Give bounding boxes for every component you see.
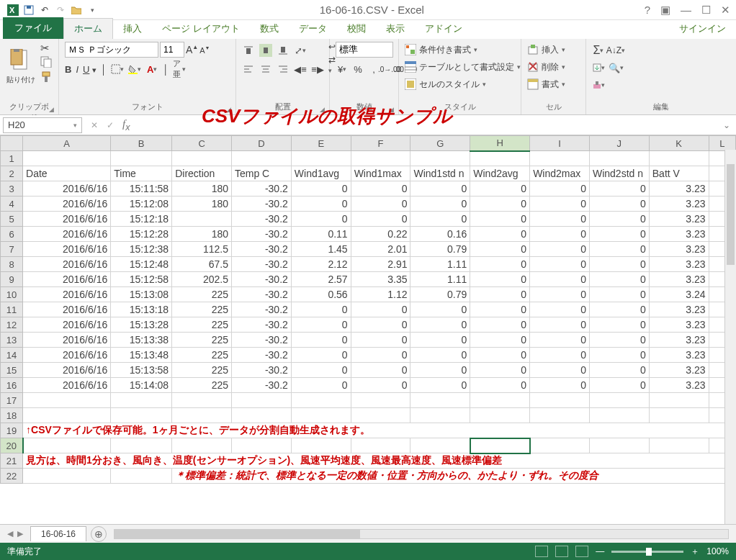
align-right-icon[interactable] xyxy=(277,63,290,76)
cell[interactable] xyxy=(410,151,470,166)
cell[interactable]: 0 xyxy=(470,302,530,317)
cell[interactable] xyxy=(172,408,232,423)
cell[interactable]: 0 xyxy=(351,212,410,227)
column-header-G[interactable]: G xyxy=(410,136,470,151)
cell[interactable]: 0.79 xyxy=(410,242,470,257)
cell[interactable]: 2.01 xyxy=(351,242,410,257)
format-as-table-button[interactable]: テーブルとして書式設定 xyxy=(405,59,521,75)
fx-icon[interactable]: fx xyxy=(122,118,130,132)
cell[interactable]: 0 xyxy=(351,181,410,197)
cell[interactable]: 225 xyxy=(172,287,232,302)
cell[interactable]: 0 xyxy=(410,348,470,363)
fill-color-button[interactable] xyxy=(128,63,141,76)
cell[interactable]: -30.2 xyxy=(231,363,291,378)
cell[interactable] xyxy=(589,408,649,423)
cell[interactable]: Direction xyxy=(172,166,232,181)
cell[interactable] xyxy=(231,438,291,453)
row-header[interactable]: 21 xyxy=(1,453,23,469)
cell[interactable]: 0 xyxy=(470,242,530,257)
cell[interactable]: 0 xyxy=(589,257,649,272)
cell[interactable]: 0 xyxy=(530,242,590,257)
cell[interactable]: 180 xyxy=(172,227,232,242)
cell[interactable] xyxy=(410,438,470,453)
cell[interactable] xyxy=(589,438,649,453)
cell[interactable]: 0.11 xyxy=(291,227,351,242)
tab-addin[interactable]: アドイン xyxy=(415,19,472,39)
cell[interactable] xyxy=(111,438,172,453)
cell[interactable] xyxy=(111,408,172,423)
cell[interactable]: 0 xyxy=(530,212,590,227)
row-header[interactable]: 15 xyxy=(1,363,23,378)
maximize-icon[interactable]: ☐ xyxy=(701,4,711,17)
column-header-H[interactable]: H xyxy=(470,136,530,151)
format-painter-icon[interactable] xyxy=(40,71,52,85)
cell[interactable]: 3.23 xyxy=(649,302,709,317)
cell[interactable]: 15:13:28 xyxy=(111,317,172,333)
cell[interactable]: 225 xyxy=(172,348,232,363)
fill-icon[interactable] xyxy=(592,61,605,74)
view-normal-icon[interactable] xyxy=(535,546,548,557)
cell[interactable]: 0 xyxy=(530,181,590,197)
cell[interactable]: 15:12:28 xyxy=(111,227,172,242)
cell[interactable]: 0 xyxy=(470,272,530,287)
zoom-out-icon[interactable]: — xyxy=(596,546,604,556)
row-header[interactable]: 20 xyxy=(1,438,23,453)
cell[interactable] xyxy=(111,393,172,408)
row-header[interactable]: 8 xyxy=(1,257,23,272)
sign-in-link[interactable]: サインイン xyxy=(669,19,736,39)
clear-icon[interactable] xyxy=(592,78,605,91)
row-header[interactable]: 16 xyxy=(1,378,23,393)
cell[interactable] xyxy=(111,469,172,484)
cell[interactable]: -30.2 xyxy=(231,378,291,393)
cell[interactable]: 2016/6/16 xyxy=(23,227,111,242)
underline-button[interactable]: U ▾ xyxy=(83,64,97,75)
tab-home[interactable]: ホーム xyxy=(63,18,113,39)
cell[interactable]: 2016/6/16 xyxy=(23,212,111,227)
cell[interactable]: 0 xyxy=(410,212,470,227)
tab-insert[interactable]: 挿入 xyxy=(113,19,152,39)
conditional-format-button[interactable]: 条件付き書式 xyxy=(405,42,521,58)
cell[interactable]: 0 xyxy=(470,317,530,333)
cell[interactable]: 0 xyxy=(351,348,410,363)
cell[interactable]: Time xyxy=(111,166,172,181)
cell[interactable]: 225 xyxy=(172,378,232,393)
cell[interactable]: 225 xyxy=(172,302,232,317)
cell[interactable]: 2016/6/16 xyxy=(23,317,111,333)
save-icon[interactable] xyxy=(22,3,36,17)
cell[interactable] xyxy=(470,408,530,423)
cell[interactable]: -30.2 xyxy=(231,257,291,272)
cell[interactable]: 0 xyxy=(589,317,649,333)
cell[interactable]: 0 xyxy=(291,317,351,333)
zoom-in-icon[interactable]: ＋ xyxy=(691,546,699,558)
view-pagebreak-icon[interactable] xyxy=(575,546,588,557)
cell[interactable]: 0 xyxy=(470,212,530,227)
row-header[interactable]: 13 xyxy=(1,333,23,348)
percent-format-icon[interactable]: % xyxy=(351,63,364,76)
cell[interactable] xyxy=(470,393,530,408)
view-pagelayout-icon[interactable] xyxy=(555,546,568,557)
cell[interactable] xyxy=(649,151,709,166)
cell[interactable] xyxy=(589,151,649,166)
cell[interactable] xyxy=(291,151,351,166)
increase-indent-icon[interactable]: ≡▶ xyxy=(311,63,324,76)
cell[interactable] xyxy=(351,438,410,453)
cell[interactable]: 0 xyxy=(470,348,530,363)
cell[interactable]: 0 xyxy=(410,197,470,212)
row-header[interactable]: 18 xyxy=(1,408,23,423)
cell[interactable]: 0 xyxy=(410,181,470,197)
row-header[interactable]: 17 xyxy=(1,393,23,408)
border-button[interactable] xyxy=(111,63,124,76)
row-header[interactable]: 6 xyxy=(1,227,23,242)
cell[interactable]: -30.2 xyxy=(231,317,291,333)
italic-button[interactable]: I xyxy=(76,64,78,75)
cell[interactable]: 3.23 xyxy=(649,272,709,287)
cell[interactable] xyxy=(291,393,351,408)
cell[interactable] xyxy=(589,393,649,408)
vertical-scroll-thumb[interactable] xyxy=(727,164,735,265)
cell[interactable]: 0.22 xyxy=(351,227,410,242)
sheet-nav-next-icon[interactable]: ▶ xyxy=(17,529,23,538)
row-header[interactable]: 7 xyxy=(1,242,23,257)
cell[interactable]: 0 xyxy=(589,378,649,393)
cell[interactable] xyxy=(231,408,291,423)
cell[interactable]: 67.5 xyxy=(172,257,232,272)
